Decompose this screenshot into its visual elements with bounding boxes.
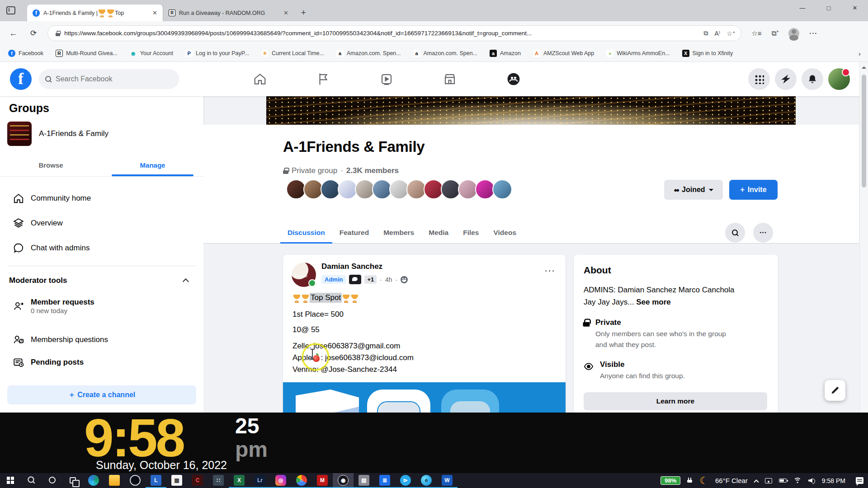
tab-members[interactable]: Members — [376, 222, 421, 244]
taskbar-app[interactable]: ▤ — [354, 473, 374, 488]
create-channel-button[interactable]: ＋ Create a channel — [7, 385, 196, 404]
taskbar-app[interactable]: ○ — [291, 473, 312, 488]
sidebar-group-item[interactable]: A-1Friends & Family — [7, 120, 196, 148]
taskbar-search-button[interactable] — [21, 473, 42, 488]
taskbar-app[interactable]: ⊳ — [395, 473, 416, 488]
tray-expand-chevron[interactable] — [754, 479, 759, 484]
messenger-button[interactable] — [775, 68, 797, 90]
group-search-button[interactable] — [725, 223, 745, 243]
see-more-link[interactable]: See more — [636, 298, 671, 306]
minimize-button[interactable]: — — [789, 0, 816, 15]
sidebar-item-member-requests[interactable]: Member requests0 new today — [4, 293, 200, 319]
taskbar-app[interactable]: X — [229, 473, 250, 488]
bookmarks-overflow-chevron[interactable]: › — [859, 50, 861, 57]
invite-button[interactable]: +Invite — [729, 180, 778, 200]
taskbar-app[interactable]: e — [416, 473, 437, 488]
bookmark-item[interactable]: A AMZScout Web App — [533, 50, 594, 57]
post-author-name[interactable]: Damian Sanchez — [321, 262, 382, 271]
sidebar-item-community-home[interactable]: Community home — [4, 187, 200, 210]
taskbar-app[interactable]: W — [437, 473, 458, 488]
taskbar-app[interactable]: C — [187, 473, 208, 488]
compose-fab[interactable] — [825, 380, 845, 401]
tab-discussion[interactable]: Discussion — [280, 222, 332, 244]
profile-avatar[interactable] — [828, 68, 850, 90]
url-text[interactable]: https://www.facebook.com/groups/30049939… — [64, 30, 697, 37]
maximize-button[interactable]: ▢ — [816, 0, 842, 15]
tab-close-icon[interactable]: ✕ — [151, 9, 158, 16]
browser-profile-avatar[interactable] — [788, 28, 799, 39]
marketplace-icon[interactable] — [443, 72, 457, 86]
pages-icon[interactable] — [316, 72, 330, 86]
favorites-icon[interactable]: ☆≡ — [751, 29, 761, 38]
bookmark-item[interactable]: X Sign in to Xfinity — [682, 50, 733, 57]
scroll-up-arrow[interactable] — [862, 64, 866, 69]
taskbar-app[interactable] — [104, 473, 125, 488]
post-more-button[interactable]: ··· — [545, 267, 556, 276]
facebook-logo[interactable]: f — [10, 68, 32, 90]
bookmark-item[interactable]: ◉ Your Account — [130, 50, 173, 57]
address-bar[interactable]: https://www.facebook.com/groups/30049939… — [47, 25, 741, 41]
sidebar-item-overview[interactable]: Overview — [4, 212, 200, 235]
group-more-button[interactable]: ··· — [753, 223, 773, 243]
taskbar-app[interactable]: M — [312, 473, 333, 488]
add-favorite-icon[interactable]: ☆⁺ — [726, 30, 736, 37]
bookmark-item[interactable]: a Amazon.com. Spen... — [336, 50, 401, 57]
tab-videos[interactable]: Videos — [486, 222, 524, 244]
open-in-app-icon[interactable]: ⧉ — [704, 29, 708, 37]
group-cover-photo[interactable] — [266, 96, 796, 125]
bookmark-item[interactable]: P Log in to your PayP... — [185, 50, 249, 57]
bookmark-item[interactable]: » WikiArms AmmoEn... — [606, 50, 670, 57]
taskbar-app[interactable]: L — [146, 473, 166, 488]
refresh-button[interactable]: ⟳ — [30, 28, 37, 38]
notification-center-icon[interactable] — [856, 477, 863, 484]
taskbar-app[interactable]: ◎ — [270, 473, 291, 488]
scrollbar-thumb[interactable] — [862, 75, 866, 188]
wifi-icon[interactable] — [793, 478, 802, 483]
groups-icon[interactable] — [506, 72, 521, 86]
member-avatar[interactable] — [492, 179, 512, 199]
facebook-search[interactable] — [39, 69, 179, 89]
home-icon[interactable] — [253, 72, 267, 86]
learn-more-button[interactable]: Learn more — [584, 392, 767, 410]
menu-grid-button[interactable] — [748, 68, 770, 90]
bookmark-item[interactable]: a Amazon.com. Spen... — [413, 50, 478, 57]
tab-media[interactable]: Media — [421, 222, 456, 244]
weather-label[interactable]: 66°F Clear — [715, 477, 748, 484]
battery-percent-badge[interactable]: 98% — [660, 476, 680, 485]
tab-actions-icon[interactable] — [6, 6, 15, 14]
taskbar-app[interactable] — [83, 473, 104, 488]
tab-featured[interactable]: Featured — [332, 222, 376, 244]
tab-manage[interactable]: Manage — [102, 156, 203, 176]
joined-button[interactable]: ●●Joined — [664, 180, 723, 200]
post-timestamp[interactable]: 4h — [385, 276, 392, 283]
taskbar-app[interactable]: Lr — [250, 473, 270, 488]
collections-icon[interactable]: ⧉⁺ — [771, 29, 778, 38]
moderator-tools-section[interactable]: Moderator tools — [9, 276, 194, 285]
bookmark-item[interactable]: a Amazon — [490, 50, 521, 57]
watch-icon[interactable] — [380, 72, 393, 86]
battery-icon[interactable] — [779, 479, 787, 483]
tab-files[interactable]: Files — [456, 222, 486, 244]
search-input[interactable] — [56, 75, 173, 83]
read-aloud-icon[interactable]: A⁾ — [715, 30, 721, 37]
tab-close-icon[interactable]: ✕ — [283, 9, 289, 16]
post-author-avatar[interactable] — [292, 263, 316, 287]
taskbar-app[interactable]: ◉ — [333, 473, 354, 488]
task-view-button[interactable] — [62, 473, 83, 488]
speaker-icon[interactable] — [808, 478, 815, 483]
start-button[interactable] — [0, 473, 21, 488]
sidebar-item-membership-questions[interactable]: Membership questions — [4, 328, 200, 351]
browser-tab-random-org[interactable]: R Run a Giveaway - RANDOM.ORG ✕ — [163, 5, 294, 21]
close-button[interactable]: ✕ — [842, 0, 868, 15]
taskbar-app[interactable]: ▦ — [166, 473, 187, 488]
cast-icon[interactable] — [765, 478, 772, 483]
new-tab-button[interactable]: ＋ — [299, 7, 307, 18]
scrollbar[interactable] — [859, 62, 868, 413]
bookmark-item[interactable]: R Multi-Round Givea... — [56, 50, 118, 57]
browser-tab-facebook[interactable]: f A-1Friends & Family | Top ✕ — [27, 5, 163, 21]
browser-settings-icon[interactable]: ··· — [809, 29, 817, 37]
cortana-button[interactable] — [42, 473, 62, 488]
bookmark-item[interactable]: ☀ Current Local Time... — [261, 50, 324, 57]
taskbar-app[interactable] — [125, 473, 146, 488]
sidebar-item-chat-with-admins[interactable]: Chat with admins — [4, 237, 200, 259]
